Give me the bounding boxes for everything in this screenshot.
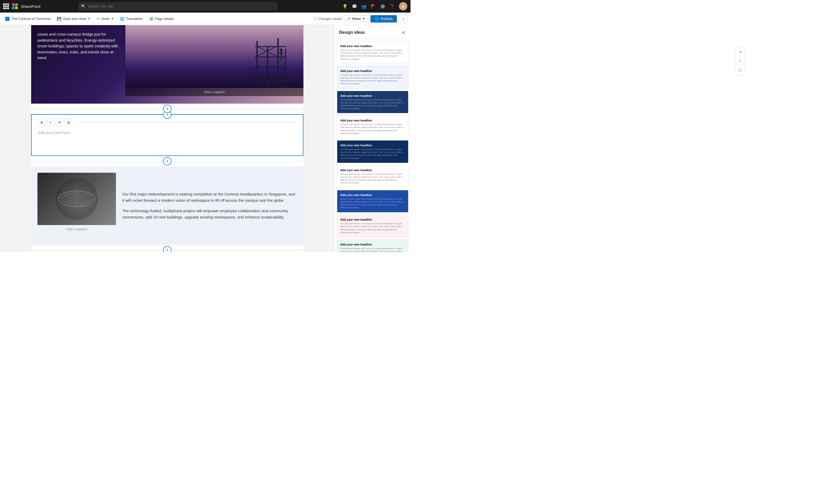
spiral-staircase-image bbox=[53, 175, 100, 222]
design-card-headline-1: Add your own headline bbox=[340, 44, 405, 48]
design-card-7[interactable]: Add your own headlineGet your point acro… bbox=[337, 190, 408, 213]
breadcrumb[interactable]: S The Contoso of Tomorrow bbox=[3, 16, 53, 22]
svg-rect-12 bbox=[278, 53, 280, 53]
top-paragraph: zones and cross-campus bridge just for p… bbox=[37, 31, 119, 61]
top-text-block: zones and cross-campus bridge just for p… bbox=[31, 25, 125, 104]
page-details-icon: ⚙️ bbox=[149, 17, 153, 21]
design-card-body-7: Get your point across, tell a story, or … bbox=[340, 198, 405, 209]
svg-rect-6 bbox=[255, 67, 286, 68]
waffle-menu[interactable] bbox=[3, 3, 9, 9]
share-icon: ↗ bbox=[347, 17, 350, 21]
svg-rect-7 bbox=[255, 77, 286, 79]
page-details-label: Page details bbox=[155, 17, 174, 21]
top-image[interactable] bbox=[125, 25, 303, 88]
flag-icon[interactable]: 🚩 bbox=[371, 4, 376, 9]
microsoft-logo[interactable] bbox=[12, 3, 18, 9]
page-details-button[interactable]: ⚙️ Page details bbox=[147, 16, 176, 22]
secondary-toolbar: S The Contoso of Tomorrow 💾 Save and clo… bbox=[0, 13, 410, 25]
search-bar: 🔍 bbox=[79, 2, 277, 10]
user-avatar[interactable]: A bbox=[399, 2, 407, 10]
canvas[interactable]: zones and cross-campus bridge just for p… bbox=[0, 25, 334, 252]
design-card-body-9: Get your point across, tell a story, or … bbox=[340, 247, 405, 252]
design-card-6[interactable]: Add your own headlineGet your point acro… bbox=[337, 165, 408, 188]
publish-label: Publish bbox=[381, 17, 393, 21]
design-card-headline-3: Add your own headline bbox=[340, 94, 405, 97]
design-card-9[interactable]: Add your own headlineGet your point acro… bbox=[337, 239, 408, 252]
design-card-headline-8: Add your own headline bbox=[340, 218, 405, 221]
top-section: zones and cross-campus bridge just for p… bbox=[31, 25, 303, 104]
design-card-body-6: Get your point across, tell a story, or … bbox=[340, 173, 405, 184]
design-card-body-1: Get your point across, tell a story, or … bbox=[340, 49, 405, 60]
design-card-headline-2: Add your own headline bbox=[340, 69, 405, 72]
svg-rect-3 bbox=[285, 49, 286, 88]
add-section-button-2[interactable]: + bbox=[163, 157, 171, 165]
publish-button[interactable]: 🌐 Publish bbox=[370, 15, 397, 23]
bottom-section: Add a caption Our first major redevelopm… bbox=[31, 166, 303, 245]
svg-rect-2 bbox=[277, 38, 279, 88]
share-chevron-icon: ▼ bbox=[362, 17, 365, 20]
save-close-button[interactable]: 💾 Save and close ▼ bbox=[55, 16, 92, 22]
bottom-image[interactable] bbox=[37, 173, 116, 225]
search-icon: 🔍 bbox=[81, 4, 86, 8]
changes-saved-status: ✓ Changes saved bbox=[314, 17, 342, 21]
people-icon[interactable]: 👥 bbox=[361, 4, 366, 9]
design-card-3[interactable]: Add your own headlineGet your point acro… bbox=[337, 91, 408, 114]
design-panel-list: Add your own headlineGet your point acro… bbox=[335, 39, 410, 252]
undo-chevron-icon: ▼ bbox=[111, 17, 114, 20]
main-area: zones and cross-campus bridge just for p… bbox=[0, 25, 410, 252]
add-section-button-3[interactable]: + bbox=[163, 246, 171, 252]
svg-rect-4 bbox=[255, 46, 286, 47]
save-close-label: Save and close bbox=[63, 17, 86, 21]
translation-icon: 🌐 bbox=[120, 17, 124, 21]
changes-saved-label: Changes saved bbox=[318, 17, 342, 21]
design-panel-close-button[interactable]: ✕ bbox=[400, 29, 406, 36]
text-placeholder[interactable]: Add your text here. bbox=[38, 128, 296, 137]
share-button[interactable]: ↗ Share ▼ bbox=[344, 15, 368, 22]
duplicate-tool[interactable]: ⧉ bbox=[56, 119, 63, 126]
design-card-body-5: Get your point across, tell a story, or … bbox=[340, 148, 405, 160]
collapse-button[interactable]: ⟩ bbox=[399, 15, 407, 23]
image-caption-2[interactable]: Add a caption bbox=[37, 227, 116, 231]
design-panel-title: Design ideas bbox=[339, 30, 365, 35]
undo-button[interactable]: ↩ Undo ▼ bbox=[94, 16, 116, 22]
help-icon[interactable]: ❓ bbox=[389, 4, 395, 9]
design-card-8[interactable]: Add your own headlineGet your point acro… bbox=[337, 215, 408, 237]
search-input[interactable] bbox=[79, 2, 277, 10]
design-card-headline-6: Add your own headline bbox=[340, 169, 405, 172]
svg-rect-14 bbox=[280, 57, 281, 61]
silhouette-image bbox=[240, 36, 298, 88]
bottom-paragraph-1: Our first major redevelopment is nearing… bbox=[122, 191, 297, 204]
move-tool[interactable]: ✥ bbox=[38, 119, 45, 126]
save-icon: 💾 bbox=[57, 17, 61, 21]
checkmark-icon: ✓ bbox=[314, 17, 317, 21]
app-name: SharePoint bbox=[21, 4, 40, 9]
undo-label: Undo bbox=[101, 17, 109, 21]
feedback-icon[interactable]: 💬 bbox=[352, 4, 357, 9]
svg-rect-15 bbox=[282, 57, 282, 61]
design-card-2[interactable]: Add your own headlineGet your point acro… bbox=[337, 66, 408, 89]
add-section-button-1[interactable]: + bbox=[163, 105, 171, 113]
design-card-1[interactable]: Add your own headlineGet your point acro… bbox=[337, 41, 408, 64]
doc-icon: S bbox=[5, 17, 9, 21]
top-image-area: Add a caption bbox=[125, 25, 303, 104]
design-card-body-4: Get your point across, tell a story, or … bbox=[340, 123, 405, 135]
help-improve-icon[interactable]: 💡 bbox=[342, 4, 348, 9]
translation-button[interactable]: 🌐 Translation bbox=[118, 16, 145, 22]
section-add-2[interactable]: + bbox=[31, 156, 303, 166]
svg-point-10 bbox=[279, 48, 283, 52]
delete-tool[interactable]: 🗑 bbox=[65, 119, 72, 126]
design-card-5[interactable]: Add your own headlineGet your point acro… bbox=[337, 140, 408, 163]
design-card-headline-4: Add your own headline bbox=[340, 119, 405, 122]
publish-icon: 🌐 bbox=[374, 17, 379, 21]
bottom-text-content: Our first major redevelopment is nearing… bbox=[122, 173, 297, 239]
svg-rect-13 bbox=[282, 53, 284, 53]
text-webpart[interactable]: + ✥ ≡ ⧉ 🗑 Add your text here. bbox=[31, 114, 303, 156]
image-caption-1[interactable]: Add a caption bbox=[125, 88, 303, 96]
design-card-4[interactable]: Add your own headlineGet your point acro… bbox=[337, 115, 408, 138]
edit-tool[interactable]: ≡ bbox=[47, 119, 54, 126]
toolbar-right: ✓ Changes saved ↗ Share ▼ 🌐 Publish ⟩ bbox=[314, 15, 407, 23]
settings-icon[interactable]: ⚙️ bbox=[380, 4, 385, 9]
svg-rect-0 bbox=[256, 41, 258, 88]
section-add-3[interactable]: + bbox=[31, 245, 303, 252]
section-add-1[interactable]: + bbox=[31, 104, 303, 114]
